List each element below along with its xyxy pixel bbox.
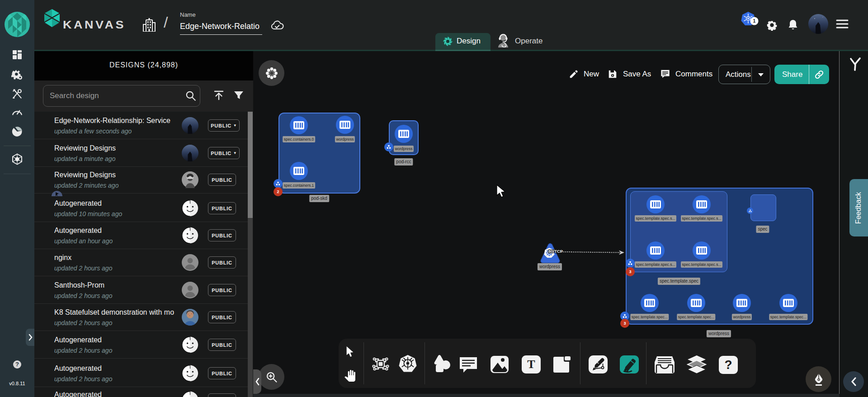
svg-text:1: 1 (753, 19, 756, 24)
svg-text:?: ? (15, 361, 19, 368)
